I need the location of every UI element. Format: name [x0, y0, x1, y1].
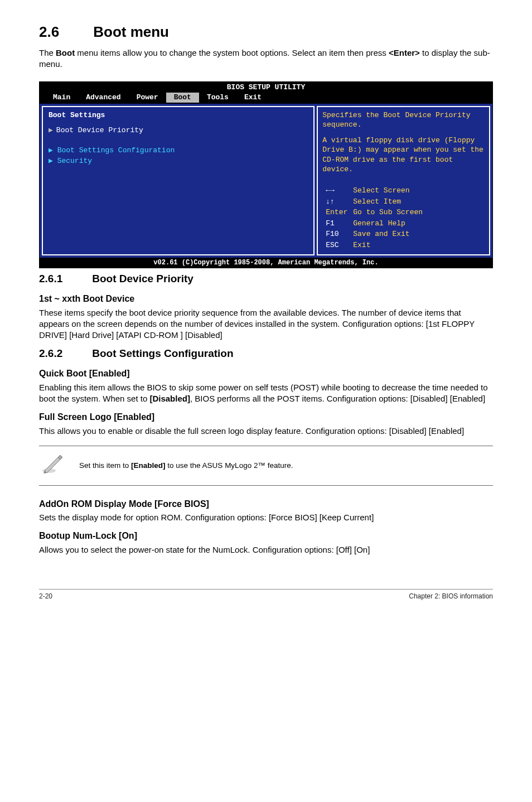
tab-main[interactable]: Main: [45, 93, 78, 103]
bios-help-panel: Specifies the Boot Device Priority seque…: [317, 106, 490, 256]
chapter-label: Chapter 2: BIOS information: [409, 592, 493, 601]
tab-exit[interactable]: Exit: [236, 93, 269, 103]
triangle-right-icon: ▶: [49, 157, 53, 165]
subsection-title: Boot Device Priority: [92, 273, 194, 284]
bios-title: BIOS SETUP UTILITY: [40, 82, 492, 93]
tab-advanced[interactable]: Advanced: [78, 93, 128, 103]
page-title: 2.6 Boot menu: [39, 22, 493, 42]
page-footer: 2-20 Chapter 2: BIOS information: [39, 589, 493, 601]
bios-menu-bar: Main Advanced Power Boot Tools Exit: [40, 93, 492, 104]
paragraph-bootup-numlock: Allows you to select the power-on state …: [39, 544, 493, 555]
heading-full-screen-logo: Full Screen Logo [Enabled]: [39, 411, 493, 423]
intro-paragraph: The Boot menu items allow you to change …: [39, 47, 493, 70]
bios-body: Boot Settings ▶Boot Device Priority ▶ Bo…: [40, 104, 492, 258]
intro-bold-enter: <Enter>: [389, 48, 420, 57]
text: to use the ASUS MyLogo 2™ feature.: [166, 461, 293, 470]
intro-text: The: [39, 48, 56, 57]
paragraph-addon-rom: Sets the display mode for option ROM. Co…: [39, 512, 493, 523]
heading-bootup-numlock: Bootup Num-Lock [On]: [39, 530, 493, 542]
tab-power[interactable]: Power: [129, 93, 166, 103]
tab-boot[interactable]: Boot: [166, 93, 199, 103]
paragraph-quick-boot: Enabling this item allows the BIOS to sk…: [39, 382, 493, 405]
bold-enabled: [Enabled]: [131, 461, 166, 470]
key-esc-desc: Exit: [351, 240, 425, 250]
subsection-261: 2.6.1 Boot Device Priority: [39, 272, 493, 286]
key-arrows-ud: ↓↑: [323, 197, 350, 207]
heading-quick-boot: Quick Boot [Enabled]: [39, 368, 493, 380]
text: , BIOS performs all the POST items. Conf…: [190, 394, 485, 403]
page-number: 2-20: [39, 592, 52, 601]
key-esc: ESC: [323, 240, 350, 250]
heading-addon-rom: AddOn ROM Display Mode [Force BIOS]: [39, 498, 493, 510]
key-f10: F10: [323, 229, 350, 239]
key-enter: Enter: [323, 207, 350, 218]
bios-heading: Boot Settings: [49, 110, 308, 120]
paragraph-full-screen-logo: This allows you to enable or disable the…: [39, 426, 493, 437]
section-title-text: Boot menu: [93, 23, 169, 40]
bios-item-label: Boot Settings Configuration: [57, 146, 175, 154]
triangle-right-icon: ▶: [49, 126, 53, 134]
bios-key-legend: ←→Select Screen ↓↑Select Item EnterGo to…: [322, 185, 426, 251]
bios-item-security[interactable]: ▶ Security: [49, 156, 308, 166]
bold-disabled: [Disabled]: [149, 394, 190, 403]
bios-left-panel: Boot Settings ▶Boot Device Priority ▶ Bo…: [42, 106, 315, 256]
key-f1-desc: General Help: [351, 219, 425, 229]
heading-boot-device: 1st ~ xxth Boot Device: [39, 293, 493, 305]
tab-tools[interactable]: Tools: [199, 93, 236, 103]
subsection-number: 2.6.1: [39, 272, 89, 286]
paragraph-boot-device: These items specify the boot device prio…: [39, 307, 493, 341]
key-arrows-lr-desc: Select Screen: [351, 186, 425, 196]
pencil-note-icon: [41, 454, 64, 477]
bios-help-text-2: A virtual floppy disk drive (Floppy Driv…: [322, 136, 485, 175]
subsection-number: 2.6.2: [39, 346, 89, 361]
bios-help-text-1: Specifies the Boot Device Priority seque…: [322, 110, 485, 130]
key-f10-desc: Save and Exit: [351, 229, 425, 239]
intro-bold-boot: Boot: [56, 48, 75, 57]
key-arrows-ud-desc: Select Item: [351, 197, 425, 207]
note-box: Set this item to [Enabled] to use the AS…: [39, 446, 493, 486]
bios-item-label: Boot Device Priority: [56, 126, 143, 134]
section-number: 2.6: [39, 22, 89, 42]
bios-window: BIOS SETUP UTILITY Main Advanced Power B…: [39, 81, 493, 269]
key-arrows-lr: ←→: [323, 186, 350, 196]
key-enter-desc: Go to Sub Screen: [351, 207, 425, 218]
subsection-title: Boot Settings Configuration: [92, 347, 233, 359]
bios-item-boot-settings-config[interactable]: ▶ Boot Settings Configuration: [49, 146, 308, 156]
intro-text-2: menu items allow you to change the syste…: [75, 48, 389, 57]
text: Set this item to: [79, 461, 131, 470]
subsection-262: 2.6.2 Boot Settings Configuration: [39, 346, 493, 361]
triangle-right-icon: ▶: [49, 146, 53, 154]
note-text: Set this item to [Enabled] to use the AS…: [79, 461, 293, 471]
bios-item-label: Security: [57, 157, 92, 165]
bios-item-boot-device-priority[interactable]: ▶Boot Device Priority: [49, 125, 308, 136]
bios-copyright: v02.61 (C)Copyright 1985-2008, American …: [40, 258, 492, 268]
key-f1: F1: [323, 219, 350, 229]
